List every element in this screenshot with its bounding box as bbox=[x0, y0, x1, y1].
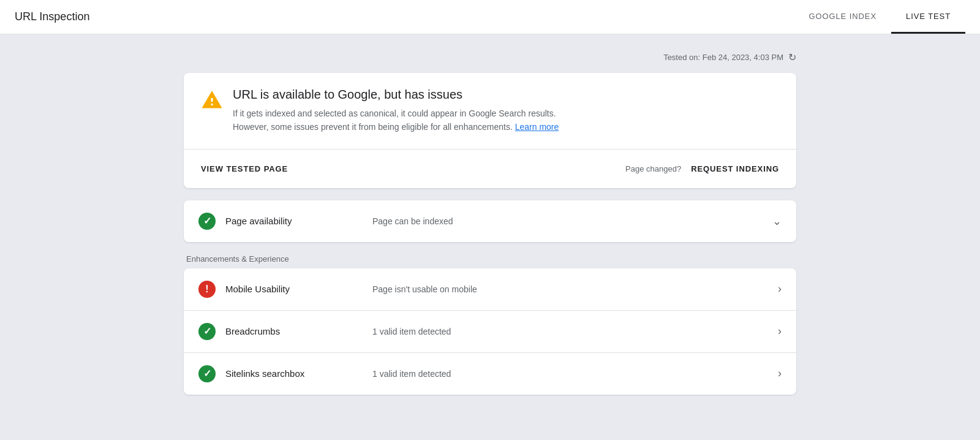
footer-right: Page changed? REQUEST INDEXING bbox=[625, 159, 779, 178]
mobile-usability-status: Page isn't usable on mobile bbox=[372, 284, 778, 294]
mobile-usability-row[interactable]: ! Mobile Usability Page isn't usable on … bbox=[184, 268, 796, 311]
view-tested-page-button[interactable]: VIEW TESTED PAGE bbox=[201, 159, 288, 178]
mobile-usability-label: Mobile Usability bbox=[225, 284, 372, 294]
enhancements-card: ! Mobile Usability Page isn't usable on … bbox=[184, 268, 796, 395]
check-icon-availability: ✓ bbox=[198, 213, 216, 230]
refresh-icon[interactable]: ↻ bbox=[788, 51, 796, 63]
status-card-body: URL is available to Google, but has issu… bbox=[233, 88, 559, 134]
page-title: URL Inspection bbox=[15, 10, 89, 23]
tab-google-index[interactable]: GOOGLE INDEX bbox=[794, 0, 891, 34]
learn-more-link[interactable]: Learn more bbox=[515, 122, 559, 132]
chevron-down-icon: ⌄ bbox=[772, 214, 782, 228]
status-heading: URL is available to Google, but has issu… bbox=[233, 88, 559, 102]
error-icon-mobile: ! bbox=[198, 281, 216, 298]
page-availability-row[interactable]: ✓ Page availability Page can be indexed … bbox=[184, 200, 796, 242]
nav-tabs: GOOGLE INDEX LIVE TEST bbox=[794, 0, 965, 34]
check-icon-breadcrumbs: ✓ bbox=[198, 323, 216, 340]
page-availability-label: Page availability bbox=[225, 216, 372, 226]
chevron-right-icon-breadcrumbs: › bbox=[778, 325, 782, 338]
sitelinks-searchbox-row[interactable]: ✓ Sitelinks searchbox 1 valid item detec… bbox=[184, 353, 796, 395]
status-card-header: URL is available to Google, but has issu… bbox=[184, 73, 796, 150]
breadcrumbs-status: 1 valid item detected bbox=[372, 327, 778, 336]
page-availability-status: Page can be indexed bbox=[372, 216, 772, 226]
request-indexing-button[interactable]: REQUEST INDEXING bbox=[691, 159, 779, 178]
tested-bar: Tested on: Feb 24, 2023, 4:03 PM ↻ bbox=[184, 47, 796, 73]
check-icon-sitelinks: ✓ bbox=[198, 365, 216, 382]
chevron-right-icon-sitelinks: › bbox=[778, 367, 782, 380]
chevron-right-icon-mobile: › bbox=[778, 283, 782, 295]
page-availability-card: ✓ Page availability Page can be indexed … bbox=[184, 200, 796, 242]
breadcrumbs-row[interactable]: ✓ Breadcrumbs 1 valid item detected › bbox=[184, 311, 796, 353]
enhancements-label: Enhancements & Experience bbox=[184, 254, 796, 264]
page-changed-text: Page changed? bbox=[625, 164, 681, 173]
status-card: URL is available to Google, but has issu… bbox=[184, 73, 796, 188]
tested-on-label: Tested on: Feb 24, 2023, 4:03 PM bbox=[663, 53, 783, 62]
tab-live-test[interactable]: LIVE TEST bbox=[891, 0, 965, 34]
breadcrumbs-label: Breadcrumbs bbox=[225, 326, 372, 336]
status-card-footer: VIEW TESTED PAGE Page changed? REQUEST I… bbox=[184, 150, 796, 188]
sitelinks-searchbox-label: Sitelinks searchbox bbox=[225, 368, 372, 379]
warning-icon bbox=[201, 89, 223, 111]
sitelinks-searchbox-status: 1 valid item detected bbox=[372, 369, 778, 379]
top-navigation: URL Inspection GOOGLE INDEX LIVE TEST bbox=[0, 0, 980, 34]
main-content: Tested on: Feb 24, 2023, 4:03 PM ↻ URL i… bbox=[184, 34, 796, 431]
status-description: If it gets indexed and selected as canon… bbox=[233, 107, 559, 134]
